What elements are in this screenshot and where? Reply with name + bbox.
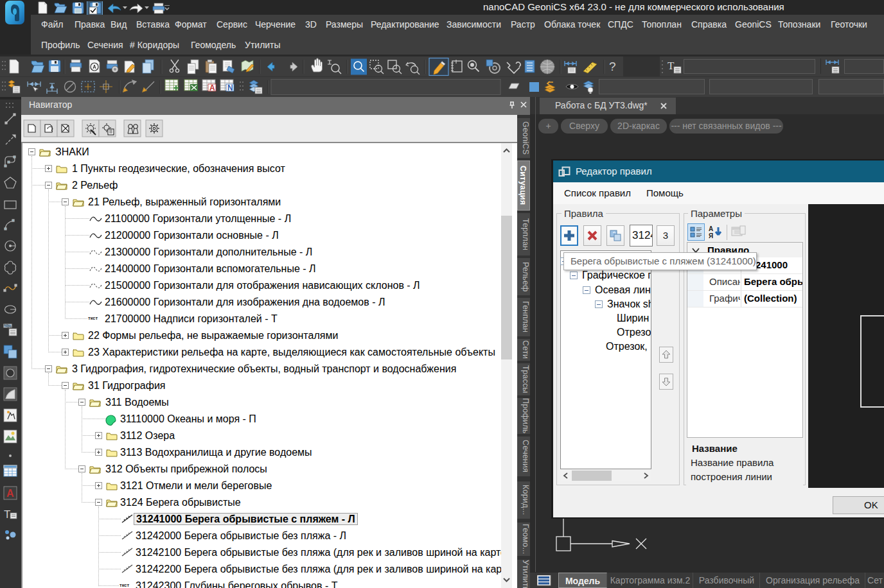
svg-text:N: N: [227, 83, 233, 92]
svg-text:A: A: [6, 488, 14, 499]
svg-text:T: T: [667, 60, 675, 72]
svg-text:?: ?: [609, 60, 616, 73]
svg-text:А: А: [709, 225, 713, 232]
svg-text:Я: Я: [709, 232, 713, 239]
svg-text:T: T: [4, 508, 10, 521]
svg-text:ткст: ткст: [119, 582, 129, 588]
svg-text:ткст: ткст: [88, 315, 98, 321]
svg-text:A: A: [209, 83, 215, 92]
